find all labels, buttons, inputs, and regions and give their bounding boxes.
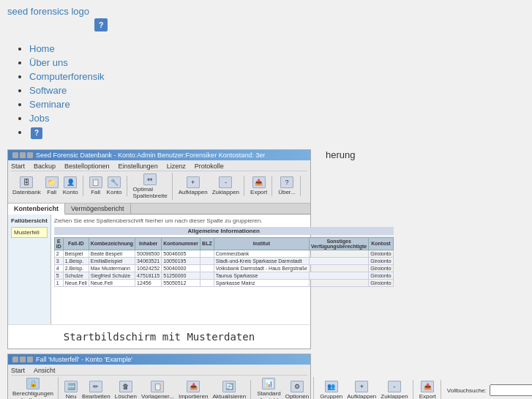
btn-berechtigungen[interactable]: 🔒 Berechtigungen festlegen [11, 377, 55, 399]
nav-link-uber[interactable]: Über uns [29, 57, 68, 68]
th-inhaber: Inhaber [135, 237, 162, 250]
btn-loschen[interactable]: 🗑 Löschen [113, 380, 138, 399]
btn-export-label: Export [250, 189, 267, 195]
app1-title: Seed Forensic Datenbank - Konto:Admin Be… [36, 152, 265, 159]
nav-item-icon: ? [29, 127, 525, 139]
btn-aufklappen[interactable]: + Aufklappen [177, 176, 209, 196]
nav-help-icon[interactable]: ? [31, 127, 42, 139]
menu-protokolle[interactable]: Protokolle [195, 163, 224, 170]
toolbar-group-4: + Aufklappen - Zuklappen [177, 176, 244, 196]
menu-bestelloptionen[interactable]: Bestelloptionen [64, 163, 110, 170]
th-kontonummer: Kontonummer [162, 237, 201, 250]
nav-item-uber[interactable]: Über uns [29, 57, 525, 68]
app2-menubar: Start Ansicht 🔒 Berechtigungen festlegen… [8, 365, 310, 399]
nav-area: Home Über uns Computerforensik Software … [0, 34, 532, 149]
tab-vermoegensbericht[interactable]: Vermögensbericht [65, 204, 131, 214]
btn-konto[interactable]: 👤 Konto [61, 176, 80, 196]
nav-link-jobs[interactable]: Jobs [29, 113, 49, 124]
app2-menu-ansicht[interactable]: Ansicht [34, 367, 56, 374]
btn-standard[interactable]: 📊 Standard Ansicht [255, 377, 282, 399]
btn-aktualisieren-label: Aktualisieren [212, 393, 246, 399]
btn-aktualisieren[interactable]: 🔄 Aktualisieren [211, 380, 247, 399]
btn-export2-label: Export [419, 393, 436, 399]
toolbar-group-6: ? Über... [277, 176, 301, 196]
th-fallid: Fall-ID [63, 237, 89, 250]
btn-hilfe[interactable]: ? Über... [277, 176, 297, 196]
header: seed forensics logo ? [0, 0, 532, 34]
th-sonstiges: Sonstiges Verfügungsberechtigte [310, 237, 369, 250]
content-area: Seed Forensic Datenbank - Konto:Admin Be… [0, 149, 532, 399]
bearbeiten-icon: ✏ [89, 381, 102, 392]
btn-konto2-label: Konto [107, 189, 122, 195]
btn-datenbank[interactable]: 🗄 Datenbank [11, 176, 42, 196]
tab-kontenbericht[interactable]: Kontenbericht [8, 204, 65, 215]
app2-toolbar-group-groups: 👥 Gruppen + Aufklappen - Zuklappen [318, 380, 413, 399]
fallubersicht-title: Fallübersicht [11, 217, 48, 224]
btn-importieren[interactable]: 📥 Importieren [177, 380, 209, 399]
btn-fall[interactable]: 📁 Fall [44, 176, 60, 196]
btn-gruppen[interactable]: 👥 Gruppen [318, 380, 344, 399]
toolbar-group-3: ⇔ Optimal Spaltenbreite [132, 173, 173, 200]
btn-konto2[interactable]: 🔧 Konto [105, 176, 124, 196]
btn-berechtigungen-label: Berechtigungen festlegen [12, 390, 53, 399]
app2-menu-start[interactable]: Start [11, 367, 25, 374]
importieren-icon: 📥 [187, 381, 200, 392]
btn-importieren-label: Importieren [179, 393, 208, 399]
app2-titlebar-btn-3[interactable] [27, 357, 33, 362]
app2-title: Fall 'Musterfell' - Konto 'Example' [36, 356, 132, 363]
btn-zuklappen[interactable]: - Zuklappen [211, 176, 241, 196]
nav-item-home[interactable]: Home [29, 43, 525, 54]
aktualisieren-icon: 🔄 [222, 381, 236, 392]
nav-item-computerforensik[interactable]: Computerforensik [29, 71, 525, 82]
konto2-icon: 🔧 [108, 176, 121, 188]
btn-bearbeiten[interactable]: ✏ Bearbeiten [80, 380, 112, 399]
nav-link-computerforensik[interactable]: Computerforensik [29, 71, 105, 82]
table-row: 3 1.Beisp. EmillaBeispiel 34063521 10050… [54, 257, 393, 264]
menu-lizenz[interactable]: Lizenz [167, 163, 186, 170]
titlebar-btn-2[interactable] [20, 152, 26, 158]
menu-start[interactable]: Start [11, 163, 25, 170]
btn-optionen[interactable]: ⚙ Optionen [284, 380, 310, 399]
logo-text: seed forensics logo [7, 6, 89, 17]
btn-export[interactable]: 📤 Export [249, 176, 269, 196]
nav-item-jobs[interactable]: Jobs [29, 113, 525, 124]
table-row: 2 Beispiel Beate Bespeil 50098500 500460… [54, 250, 393, 257]
app1-menubar: Start Backup Bestelloptionen Einstellung… [8, 160, 310, 204]
vollbuchsuche-input[interactable] [490, 384, 532, 396]
nav-link-seminare[interactable]: Seminare [29, 99, 70, 110]
btn-zuklappen2-label: Zuklappen [381, 393, 408, 399]
app1-right-panel: Ziehen Sie eine Spaltenüberschrift hierh… [51, 215, 397, 324]
fall-icon: 📁 [45, 176, 59, 188]
btn-hilfe-label: Über... [278, 189, 296, 195]
menu-einstellungen[interactable]: Einstellungen [119, 163, 158, 170]
fallubersicht-item[interactable]: Musterfell [11, 227, 48, 238]
th-kombezeichnung: Kombezeichnung [89, 237, 135, 250]
titlebar-btn-1[interactable] [12, 152, 18, 158]
app2-toolbar-group-search: Vollbuchsuche: [446, 384, 532, 396]
btn-vorlagener[interactable]: 📋 Vorlagener... [140, 380, 176, 399]
btn-export2[interactable]: 📤 Export [418, 380, 438, 399]
btn-loschen-label: Löschen [115, 393, 137, 399]
btn-zuklappen2[interactable]: - Zuklappen [379, 380, 409, 399]
btn-optimal[interactable]: ⇔ Optimal Spaltenbreite [132, 173, 169, 200]
btn-neu[interactable]: 🆕 Neu [63, 380, 79, 399]
app2-titlebar-btn-1[interactable] [12, 357, 18, 362]
nav-link-software[interactable]: Software [29, 85, 67, 96]
hilfe-icon: ? [280, 176, 293, 188]
app1-info-title: Allgemeine Informationen [54, 227, 394, 235]
app2-titlebar-btn-2[interactable] [20, 357, 26, 362]
description-area: herung [323, 149, 525, 160]
nav-item-seminare[interactable]: Seminare [29, 99, 525, 110]
header-help-icon[interactable]: ? [94, 18, 108, 31]
app2-menu-row: Start Ansicht [11, 366, 307, 375]
nav-item-software[interactable]: Software [29, 85, 525, 96]
btn-aufklappen2[interactable]: + Aufklappen [345, 380, 378, 399]
btn-fall2[interactable]: 📋 Fall [88, 176, 104, 196]
btn-fall2-label: Fall [91, 189, 100, 195]
app1-caption: Startbildschirm mit Musterdaten [8, 324, 310, 348]
app1-menu-row: Start Backup Bestelloptionen Einstellung… [11, 162, 307, 171]
lock-icon: 🔒 [26, 378, 40, 389]
menu-backup[interactable]: Backup [34, 163, 56, 170]
titlebar-btn-3[interactable] [27, 152, 33, 158]
nav-link-home[interactable]: Home [29, 43, 55, 54]
